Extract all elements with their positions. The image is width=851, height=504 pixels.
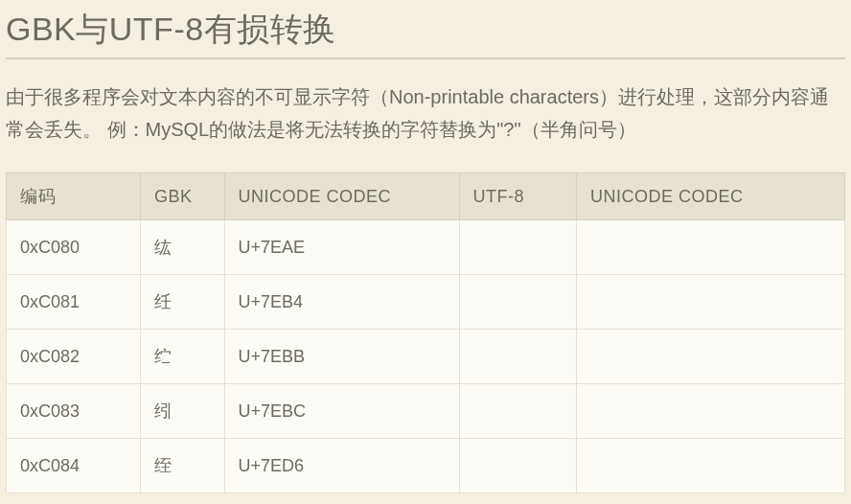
col-header-unicode1: UNICODE CODEC: [224, 173, 459, 220]
col-header-unicode2: UNICODE CODEC: [577, 173, 845, 220]
cell-unicode1: U+7EB4: [224, 275, 459, 330]
col-header-code: 编码: [7, 173, 141, 220]
cell-utf8: [459, 220, 577, 275]
cell-unicode2: [577, 439, 845, 493]
col-header-utf8: UTF-8: [459, 173, 577, 220]
table-row: 0xC084 绖 U+7ED6: [7, 439, 845, 493]
cell-unicode1: U+7EBC: [224, 384, 459, 439]
cell-unicode1: U+7EAE: [224, 220, 459, 275]
cell-code: 0xC082: [7, 330, 141, 384]
cell-unicode1: U+7EBB: [224, 330, 459, 384]
cell-code: 0xC081: [7, 275, 141, 330]
document-page: GBK与UTF-8有损转换 由于很多程序会对文本内容的不可显示字符（Non-pr…: [0, 0, 851, 493]
cell-unicode2: [577, 330, 845, 384]
cell-utf8: [459, 275, 577, 330]
cell-gbk: 纮: [141, 220, 225, 275]
cell-gbk: 纼: [141, 384, 225, 439]
table-row: 0xC080 纮 U+7EAE: [7, 220, 845, 275]
table-header-row: 编码 GBK UNICODE CODEC UTF-8 UNICODE CODEC: [7, 173, 845, 220]
cell-gbk: 绖: [141, 439, 225, 493]
page-title: GBK与UTF-8有损转换: [6, 8, 845, 59]
encoding-table: 编码 GBK UNICODE CODEC UTF-8 UNICODE CODEC…: [6, 172, 845, 493]
cell-utf8: [459, 384, 577, 439]
cell-unicode2: [577, 220, 845, 275]
cell-code: 0xC080: [7, 220, 141, 275]
cell-unicode1: U+7ED6: [224, 439, 459, 493]
cell-utf8: [459, 439, 577, 493]
cell-code: 0xC084: [7, 439, 141, 493]
cell-gbk: 纻: [141, 330, 225, 384]
table-row: 0xC081 纴 U+7EB4: [7, 275, 845, 330]
col-header-gbk: GBK: [141, 173, 225, 220]
cell-code: 0xC083: [7, 384, 141, 439]
cell-unicode2: [577, 275, 845, 330]
description-paragraph: 由于很多程序会对文本内容的不可显示字符（Non-printable charac…: [6, 80, 845, 146]
table-row: 0xC082 纻 U+7EBB: [7, 330, 845, 384]
table-row: 0xC083 纼 U+7EBC: [7, 384, 845, 439]
cell-utf8: [459, 330, 577, 384]
cell-unicode2: [577, 384, 845, 439]
cell-gbk: 纴: [141, 275, 225, 330]
